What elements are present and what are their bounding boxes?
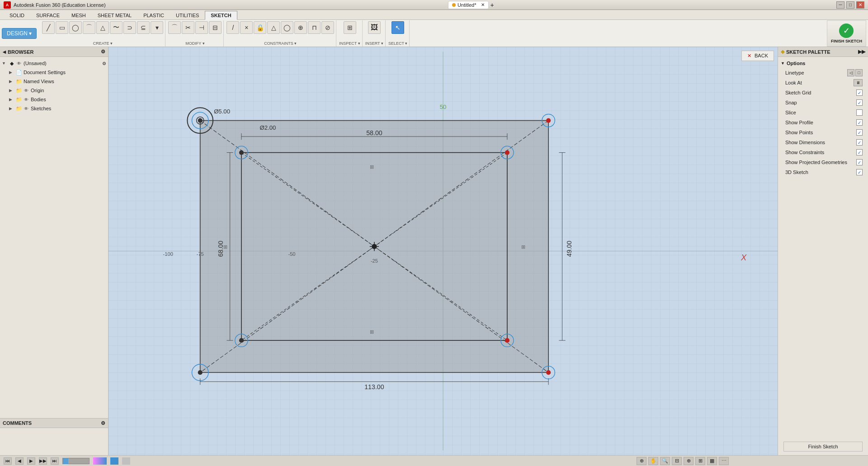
sketch-grid-checkbox[interactable]: [856, 89, 863, 96]
palette-row-show-projected: Show Projected Geometries: [778, 157, 868, 167]
tool-line[interactable]: ╱: [42, 21, 55, 34]
maximize-btn[interactable]: □: [846, 1, 854, 9]
view-orbit-btn[interactable]: ⊕: [637, 457, 646, 465]
view-fit-btn[interactable]: ⊟: [672, 457, 682, 465]
tree-item-bodies[interactable]: ▶ 📁 👁 Bodies: [0, 95, 108, 104]
sketch-canvas[interactable]: 58.00 113.00 68.00 49.00 50 -50 -25 -100…: [108, 47, 778, 455]
tool-mirror[interactable]: ⊟: [209, 21, 222, 34]
tool-symmetric[interactable]: ⊘: [321, 21, 334, 34]
close-btn[interactable]: ✕: [856, 1, 864, 9]
canvas-area[interactable]: ✕ BACK: [108, 47, 778, 455]
tree-item-origin[interactable]: ▶ 📁 👁 Origin: [0, 86, 108, 95]
tool-extend[interactable]: ⊣: [195, 21, 208, 34]
tool-coincident[interactable]: /: [226, 21, 239, 34]
view-pan-btn[interactable]: ✋: [648, 457, 658, 465]
tool-horizontal[interactable]: ⊓: [308, 21, 321, 34]
tree-icon-sketches: 📁: [15, 105, 23, 112]
nav-play2-btn[interactable]: ▶▶: [39, 457, 47, 465]
view-zoom-in-btn[interactable]: ⊕: [684, 457, 693, 465]
tool-select[interactable]: ↖: [392, 21, 404, 34]
show-dimensions-checkbox[interactable]: [856, 139, 863, 146]
tool-insert-image[interactable]: 🖼: [368, 21, 381, 34]
tool-tangent[interactable]: ◯: [281, 21, 293, 34]
tool-offset[interactable]: ⊆: [137, 21, 150, 34]
tool-rect[interactable]: ▭: [56, 21, 68, 34]
finish-sketch-palette-btn[interactable]: Finish Sketch: [783, 442, 863, 452]
slice-checkbox[interactable]: [856, 109, 863, 116]
tab-solid[interactable]: SOLID: [4, 10, 30, 19]
look-at-btn[interactable]: 🖥: [854, 79, 863, 86]
show-points-checkbox[interactable]: [856, 129, 863, 136]
toolbar-group-create: ╱ ▭ ◯ ⌒ △ 〜 ⊃ ⊆ ▾ CREATE ▾: [40, 20, 165, 47]
timeline-thumb[interactable]: [63, 458, 68, 464]
tool-trim[interactable]: ✂: [182, 21, 194, 34]
3d-sketch-checkbox[interactable]: [856, 169, 863, 175]
browser-settings-icon[interactable]: ⚙: [101, 49, 105, 55]
eye-icon-root[interactable]: 👁: [17, 61, 23, 66]
tool-polygon[interactable]: △: [96, 21, 109, 34]
inspect-label: INSPECT ▾: [339, 41, 360, 46]
design-label: DESIGN ▾: [7, 30, 32, 37]
tree-label-doc: Document Settings: [24, 70, 106, 75]
eye-icon-bodies[interactable]: 👁: [24, 97, 30, 102]
nav-prev-btn[interactable]: ◀: [15, 457, 24, 465]
tool-spline[interactable]: 〜: [110, 21, 123, 34]
back-button[interactable]: ✕ BACK: [741, 51, 774, 61]
palette-section-options[interactable]: ▼ Options: [778, 59, 868, 68]
tab-mesh[interactable]: MESH: [66, 10, 92, 19]
eye-icon-sketches[interactable]: 👁: [24, 106, 30, 111]
nav-start-btn[interactable]: ⏮: [4, 457, 12, 465]
tree-item-sketches[interactable]: ▶ 📁 👁 Sketches: [0, 104, 108, 113]
document-tab[interactable]: Untitled* ✕: [448, 1, 489, 9]
browser-title: BROWSER: [8, 49, 33, 55]
show-constraints-checkbox[interactable]: [856, 149, 863, 155]
tool-create-more[interactable]: ▾: [151, 21, 163, 34]
nav-end-btn[interactable]: ⏭: [51, 457, 59, 465]
nav-play-btn[interactable]: ▶: [27, 457, 35, 465]
eye-icon-origin[interactable]: 👁: [24, 88, 30, 93]
tree-settings-root[interactable]: ⚙: [102, 61, 106, 66]
linetype-btn-2[interactable]: □: [855, 69, 863, 76]
tab-surface[interactable]: SURFACE: [30, 10, 66, 19]
phi2-label: Ø2.00: [260, 124, 276, 131]
tool-conic[interactable]: ⊃: [123, 21, 136, 34]
timeline-chip3: [122, 457, 130, 465]
tool-circle[interactable]: ◯: [69, 21, 82, 34]
tree-item-named-views[interactable]: ▶ 📁 Named Views: [0, 77, 108, 86]
tab-plastic[interactable]: PLASTIC: [137, 10, 170, 19]
browser-collapse-icon[interactable]: ◀: [3, 50, 6, 54]
app-title: Autodesk Fusion 360 (Education License): [14, 2, 106, 8]
tool-collinear[interactable]: ×: [240, 21, 253, 34]
tree-item-doc-settings[interactable]: ▶ 📄 Document Settings: [0, 68, 108, 77]
snap-checkbox[interactable]: [856, 99, 863, 106]
tab-utilities[interactable]: UTILITIES: [170, 10, 205, 19]
design-btn[interactable]: DESIGN ▾: [2, 28, 37, 39]
close-tab-icon[interactable]: ✕: [481, 2, 485, 7]
palette-dot: ◆: [781, 49, 784, 55]
view-grid-btn[interactable]: ▦: [707, 457, 717, 465]
show-projected-checkbox[interactable]: [856, 159, 863, 165]
minimize-btn[interactable]: ─: [836, 1, 844, 9]
tool-parallel[interactable]: △: [267, 21, 280, 34]
tool-curvature[interactable]: ⊕: [294, 21, 307, 34]
tab-sketch[interactable]: SKETCH: [205, 11, 237, 20]
tree-icon-origin: 📁: [15, 87, 23, 94]
view-display-btn[interactable]: ⊞: [695, 457, 705, 465]
options-arrow-icon: ▼: [781, 61, 785, 66]
insert-icons: 🖼: [368, 21, 381, 34]
tab-sheet-metal[interactable]: SHEET METAL: [92, 10, 137, 19]
linetype-btn-1[interactable]: ◁: [847, 69, 854, 76]
tool-fillet[interactable]: ⌒: [168, 21, 181, 34]
tool-fix[interactable]: 🔒: [254, 21, 266, 34]
view-zoom-btn[interactable]: 🔍: [660, 457, 670, 465]
tool-arc[interactable]: ⌒: [83, 21, 95, 34]
tree-item-root[interactable]: ▼ ◆ 👁 (Unsaved) ⚙: [0, 59, 108, 68]
timeline-track[interactable]: [62, 458, 90, 464]
palette-expand-icon[interactable]: ▶▶: [858, 49, 865, 55]
finish-sketch-toolbar-btn[interactable]: ✓ FINISH SKETCH: [827, 20, 866, 47]
new-tab-btn[interactable]: +: [491, 1, 494, 9]
tool-inspect[interactable]: ⊞: [344, 21, 356, 34]
view-more-btn[interactable]: ⋯: [719, 457, 729, 465]
comments-settings-icon[interactable]: ⚙: [101, 420, 105, 426]
show-profile-checkbox[interactable]: [856, 119, 863, 126]
